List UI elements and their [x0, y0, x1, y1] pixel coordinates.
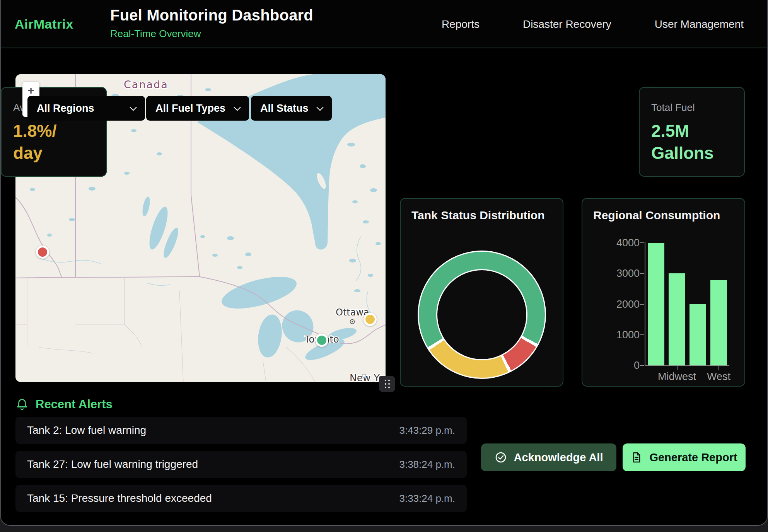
- page-subtitle: Real-Time Overview: [110, 28, 313, 40]
- region-filter-value: All Regions: [37, 102, 94, 114]
- chevron-down-icon: [130, 104, 137, 111]
- fuel-type-filter-dropdown[interactable]: All Fuel Types: [146, 96, 249, 121]
- header: AirMatrix Fuel Monitoring Dashboard Real…: [1, 0, 767, 48]
- x-tick-mark: [719, 366, 719, 370]
- alerts-title: Recent Alerts: [36, 397, 113, 411]
- alert-row[interactable]: Tank 2: Low fuel warning 3:43:29 p.m.: [15, 417, 467, 444]
- y-tick-label: 4000: [585, 237, 640, 249]
- dashboard-app: AirMatrix Fuel Monitoring Dashboard Real…: [0, 0, 768, 526]
- donut-chart-title: Tank Status Distribution: [411, 209, 544, 222]
- y-tick-label: 1000: [585, 329, 640, 341]
- brand-logo: AirMatrix: [15, 0, 73, 48]
- alerts-header: Recent Alerts: [15, 397, 113, 411]
- stat-card-total-fuel: Total Fuel 2.5MGallons: [639, 87, 745, 177]
- acknowledge-all-button[interactable]: Acknowledge All: [481, 443, 616, 471]
- nav-item-reports[interactable]: Reports: [442, 18, 480, 31]
- newyork-town-icon: [363, 374, 365, 377]
- page-title: Fuel Monitoring Dashboard: [110, 7, 313, 24]
- alert-time: 3:43:29 p.m.: [399, 425, 455, 437]
- tank-map[interactable]: Canada Ottawa Toronto New York + − All: [15, 74, 386, 382]
- tank-marker-normal[interactable]: [315, 334, 328, 347]
- generate-report-button[interactable]: Generate Report: [623, 443, 746, 471]
- x-tick-mark: [677, 366, 678, 370]
- status-filter-value: All Status: [260, 102, 309, 114]
- alert-time: 3:33:24 p.m.: [399, 493, 455, 505]
- fuel-type-filter-value: All Fuel Types: [155, 102, 225, 114]
- title-block: Fuel Monitoring Dashboard Real-Time Over…: [110, 7, 313, 40]
- nav-item-disaster-recovery[interactable]: Disaster Recovery: [523, 18, 611, 31]
- bar: [689, 304, 706, 366]
- x-axis-line: [645, 365, 729, 366]
- bar: [669, 273, 685, 365]
- regional-consumption-card: Regional Consumption 01000200030004000Mi…: [582, 198, 745, 387]
- bar-plot: [645, 243, 729, 365]
- chevron-down-icon: [316, 104, 323, 111]
- y-tick-mark: [640, 304, 644, 305]
- alert-row[interactable]: Tank 15: Pressure threshold exceeded 3:3…: [15, 485, 467, 512]
- alert-text: Tank 27: Low fuel warning triggered: [27, 458, 198, 471]
- donut-chart: [418, 251, 546, 379]
- stat-value: 1.8%/day: [13, 120, 94, 164]
- chevron-down-icon: [234, 104, 241, 111]
- tank-marker-critical[interactable]: [36, 246, 49, 259]
- bar: [710, 280, 727, 365]
- y-tick-mark: [640, 334, 644, 335]
- alert-text: Tank 15: Pressure threshold exceeded: [27, 492, 212, 505]
- x-tick-label: Midwest: [658, 371, 696, 383]
- stat-label: Total Fuel: [651, 102, 732, 114]
- y-tick-mark: [640, 242, 644, 243]
- tank-status-card: Tank Status Distribution: [400, 198, 563, 387]
- y-tick-label: 3000: [585, 268, 640, 280]
- alert-row[interactable]: Tank 27: Low fuel warning triggered 3:38…: [15, 451, 467, 478]
- y-tick-mark: [640, 273, 644, 274]
- status-filter-dropdown[interactable]: All Status: [251, 96, 332, 121]
- check-circle-icon: [495, 451, 507, 464]
- stat-value: 2.5MGallons: [651, 120, 732, 164]
- y-tick-mark: [640, 365, 644, 366]
- resize-grip-icon[interactable]: [379, 376, 395, 392]
- y-tick-label: 2000: [585, 298, 640, 310]
- tank-marker-warning[interactable]: [364, 313, 377, 326]
- x-tick-label: West: [707, 371, 730, 383]
- map-label-canada: Canada: [124, 78, 168, 90]
- alert-time: 3:38:24 p.m.: [399, 459, 455, 471]
- bar: [648, 243, 664, 365]
- map-area: Canada Ottawa Toronto New York + − All: [15, 74, 386, 382]
- main-nav: Reports Disaster Recovery User Managemen…: [442, 0, 744, 48]
- nav-item-user-management[interactable]: User Management: [655, 18, 744, 31]
- region-filter-dropdown[interactable]: All Regions: [27, 96, 145, 121]
- donut-hole: [436, 269, 527, 360]
- bell-icon: [15, 398, 29, 411]
- y-tick-label: 0: [585, 360, 640, 372]
- alert-text: Tank 2: Low fuel warning: [27, 424, 146, 437]
- report-document-icon: [631, 452, 642, 463]
